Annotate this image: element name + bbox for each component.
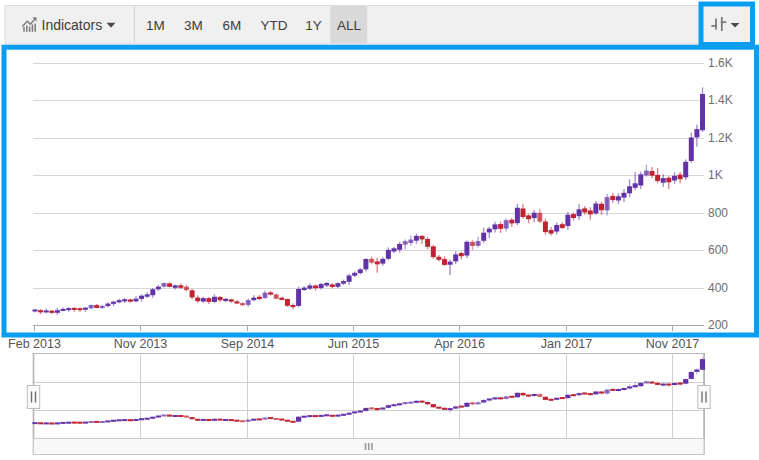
svg-text:3M: 3M (184, 18, 203, 33)
svg-text:Indicators: Indicators (42, 17, 103, 33)
svg-text:1.6K: 1.6K (708, 56, 733, 70)
svg-text:1.4K: 1.4K (708, 93, 733, 107)
svg-text:1K: 1K (708, 168, 723, 182)
svg-text:1M: 1M (146, 18, 165, 33)
svg-text:Jun 2015: Jun 2015 (328, 337, 379, 351)
svg-text:800: 800 (708, 206, 728, 220)
svg-text:200: 200 (708, 318, 728, 332)
svg-text:400: 400 (708, 281, 728, 295)
svg-text:1.2K: 1.2K (708, 131, 733, 145)
svg-text:Nov 2013: Nov 2013 (114, 337, 168, 351)
svg-text:Sep 2014: Sep 2014 (221, 337, 275, 351)
svg-text:Apr 2016: Apr 2016 (434, 337, 485, 351)
svg-text:1Y: 1Y (305, 18, 322, 33)
svg-text:Feb 2013: Feb 2013 (8, 337, 61, 351)
svg-text:Nov 2017: Nov 2017 (646, 337, 700, 351)
svg-text:ALL: ALL (337, 18, 362, 33)
svg-text:Jan 2017: Jan 2017 (541, 337, 592, 351)
svg-text:YTD: YTD (261, 18, 288, 33)
svg-text:6M: 6M (223, 18, 242, 33)
svg-text:600: 600 (708, 243, 728, 257)
